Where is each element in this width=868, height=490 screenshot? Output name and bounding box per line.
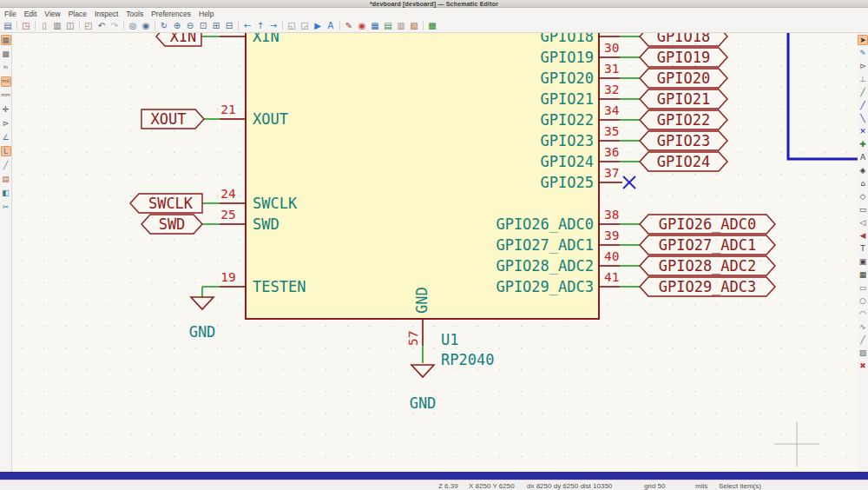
- draw-wire-button[interactable]: ╱: [858, 87, 868, 97]
- global-label-text[interactable]: XIN: [170, 33, 197, 45]
- menu-tools[interactable]: Tools: [126, 10, 143, 18]
- pin-name[interactable]: GPIO21: [541, 90, 594, 108]
- pin-number[interactable]: 38: [604, 208, 619, 222]
- text-button[interactable]: T: [858, 243, 868, 254]
- pin-number[interactable]: 37: [604, 166, 619, 180]
- menu-inspect[interactable]: Inspect: [95, 10, 118, 18]
- pin-number[interactable]: 39: [604, 228, 619, 242]
- global-label-text[interactable]: GPIO26_ADC0: [659, 215, 757, 233]
- hierarchical-label-button[interactable]: ◇: [858, 191, 868, 202]
- redo-button[interactable]: ↷: [108, 20, 121, 32]
- global-label-text[interactable]: GPIO27_ADC1: [659, 236, 757, 254]
- menu-place[interactable]: Place: [69, 10, 87, 18]
- pin-name[interactable]: SWD: [253, 215, 279, 233]
- pin-number[interactable]: 24: [220, 187, 236, 201]
- print-button[interactable]: ▥: [51, 20, 63, 32]
- pin-name[interactable]: GPIO23: [541, 132, 594, 149]
- pin-number[interactable]: 32: [604, 83, 619, 96]
- zoom-selection-button[interactable]: ⊟: [223, 20, 235, 32]
- textbox-button[interactable]: ▣: [858, 256, 868, 267]
- bezier-button[interactable]: ∿: [858, 321, 868, 332]
- hidden-pins-button[interactable]: ⊳: [1, 118, 11, 129]
- menu-preferences[interactable]: Preferences: [151, 10, 191, 18]
- sheet-pin-button[interactable]: ◁: [858, 217, 868, 228]
- horizontal-scrollbar[interactable]: [0, 472, 868, 480]
- pin-name[interactable]: GPIO26_ADC0: [496, 215, 594, 233]
- place-symbol-button[interactable]: ⊳: [858, 61, 868, 71]
- select-tool-button[interactable]: ➤: [858, 35, 868, 45]
- grid-visibility-button[interactable]: ▦: [1, 35, 11, 45]
- component-reference[interactable]: U1: [441, 331, 458, 348]
- global-label-text[interactable]: GPIO18: [657, 33, 710, 45]
- pin-name[interactable]: GPIO18: [541, 33, 594, 45]
- global-label-button[interactable]: ⌂: [858, 178, 868, 189]
- global-label-text[interactable]: GPIO19: [657, 49, 710, 66]
- new-schematic-button[interactable]: ▯: [38, 20, 50, 32]
- undo-button[interactable]: ↶: [95, 20, 108, 32]
- global-label-text[interactable]: GPIO28_ADC2: [659, 257, 757, 275]
- pin-name[interactable]: XOUT: [253, 110, 288, 128]
- schematic-canvas[interactable]: XIN20XINXOUT21XOUTSWCLK24SWCLKSWD25SWDGN…: [12, 33, 858, 472]
- properties-panel-button[interactable]: ◧: [1, 188, 11, 198]
- net-class-directive-button[interactable]: ◈: [858, 165, 868, 175]
- leave-sheet-button[interactable]: ◱: [286, 20, 298, 32]
- pin-number[interactable]: 29: [604, 33, 619, 34]
- zoom-fit-objects-button[interactable]: ⊞: [210, 20, 222, 32]
- save-button[interactable]: ▤: [2, 20, 14, 32]
- pin-number[interactable]: 35: [604, 124, 619, 138]
- paste-button[interactable]: ◰: [82, 20, 95, 32]
- no-connect-flag-button[interactable]: ✕: [858, 126, 868, 136]
- pin-name[interactable]: GPIO24: [541, 153, 594, 170]
- zoom-in-button[interactable]: ⊕: [171, 20, 183, 32]
- pin-name[interactable]: GPIO20: [541, 70, 594, 87]
- pin-number[interactable]: 25: [220, 208, 235, 222]
- hierarchy-navigator-button[interactable]: ◲: [299, 20, 311, 32]
- pin-name[interactable]: SWCLK: [253, 195, 298, 212]
- find-replace-button[interactable]: ◉: [140, 20, 152, 32]
- gnd-label-text[interactable]: GND: [410, 394, 437, 412]
- nav-up-button[interactable]: ↑: [254, 20, 266, 32]
- pin-number[interactable]: 30: [604, 41, 619, 55]
- pin-name[interactable]: GPIO29_ADC3: [496, 278, 594, 295]
- pin-number[interactable]: 57: [406, 331, 420, 346]
- nav-forward-button[interactable]: →: [267, 20, 279, 32]
- edit-text-tool-button[interactable]: A: [325, 20, 337, 32]
- global-label-text[interactable]: GPIO22: [657, 111, 710, 129]
- units-inches-button[interactable]: in: [1, 63, 11, 73]
- find-button[interactable]: ◎: [127, 20, 139, 32]
- hierarchy-browser-button[interactable]: ▶: [312, 20, 324, 32]
- nav-back-button[interactable]: ←: [241, 20, 253, 32]
- global-label-text[interactable]: XOUT: [151, 110, 187, 128]
- units-mm-button[interactable]: mm: [1, 90, 11, 101]
- pin-name[interactable]: XIN: [253, 33, 279, 45]
- sym-library-button[interactable]: ▧: [408, 20, 420, 32]
- import-sheet-pin-button[interactable]: ◀: [858, 230, 868, 241]
- annotation-scope-button[interactable]: ▤: [1, 174, 11, 184]
- circle-button[interactable]: ○: [858, 295, 868, 306]
- global-label-text[interactable]: SWCLK: [148, 195, 194, 212]
- image-button[interactable]: ▨: [858, 348, 868, 358]
- pin-number[interactable]: 36: [604, 145, 619, 159]
- plot-button[interactable]: ◫: [64, 20, 76, 32]
- global-label-text[interactable]: GPIO29_ADC3: [659, 278, 757, 295]
- hierarchical-sheet-button[interactable]: ▭: [858, 204, 868, 215]
- table-button[interactable]: ▦: [858, 269, 868, 280]
- global-label-text[interactable]: SWD: [159, 215, 186, 233]
- cursor-shape-button[interactable]: ✛: [1, 104, 11, 115]
- assign-footprints-button[interactable]: ▦: [369, 20, 381, 32]
- refresh-button[interactable]: ↻: [158, 20, 170, 32]
- pin-number[interactable]: 19: [220, 270, 235, 284]
- bus-entry-button[interactable]: ╲: [858, 113, 868, 123]
- grid-overrides-button[interactable]: ▩: [1, 49, 11, 59]
- component-value[interactable]: RP2040: [441, 351, 494, 368]
- pin-number[interactable]: 20: [220, 33, 235, 34]
- schematic-setup-button[interactable]: ◳: [20, 20, 32, 32]
- edit-symbol-fields-button[interactable]: ▤: [382, 20, 394, 32]
- line-45-mode-button[interactable]: ╱: [1, 160, 11, 170]
- pin-number[interactable]: 21: [220, 103, 235, 116]
- global-label-text[interactable]: GPIO24: [657, 153, 710, 170]
- zoom-out-button[interactable]: ⊖: [184, 20, 196, 32]
- pin-number[interactable]: 41: [604, 270, 619, 284]
- delete-tool-button[interactable]: ✖: [858, 361, 868, 371]
- erc-button[interactable]: ◉: [356, 20, 368, 32]
